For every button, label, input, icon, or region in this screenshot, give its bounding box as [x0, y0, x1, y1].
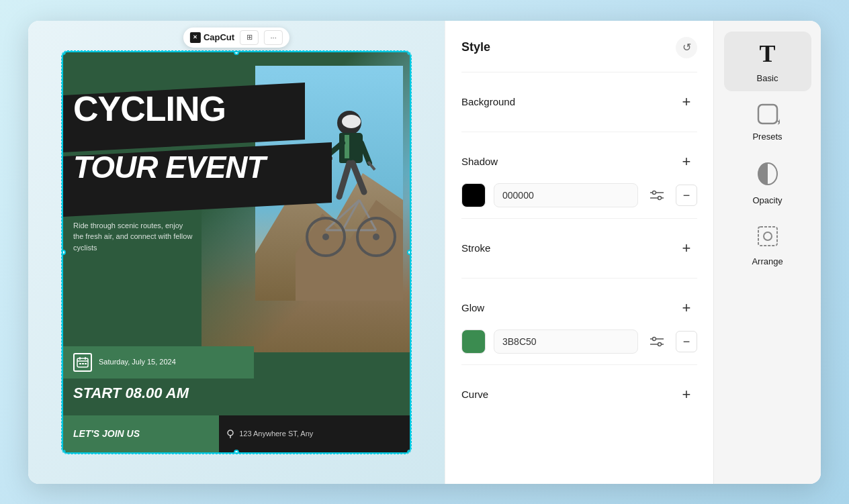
shadow-color-input[interactable] — [494, 183, 638, 207]
divider-2 — [461, 132, 697, 132]
capcut-toolbar: ✕ CapCut ⊞ ··· — [183, 28, 289, 48]
shadow-color-swatch[interactable] — [461, 183, 486, 207]
stroke-section-row: Stroke + — [461, 230, 697, 267]
glow-color-row: − — [461, 330, 697, 354]
style-panel-title: Style — [461, 40, 490, 54]
background-section-row: Background + — [461, 83, 697, 121]
svg-point-37 — [653, 337, 656, 340]
shadow-label: Shadow — [461, 156, 498, 167]
capcut-logo: ✕ CapCut — [190, 32, 234, 43]
shadow-filter-button[interactable] — [646, 185, 668, 206]
svg-rect-41 — [758, 227, 777, 246]
opacity-icon — [756, 160, 780, 190]
divider-4 — [461, 278, 697, 279]
curve-label: Curve — [461, 389, 488, 400]
footer-address: 123 Anywhere ST, Any — [219, 429, 320, 438]
background-add-button[interactable]: + — [676, 91, 697, 113]
canvas-card[interactable]: CYCLING TOUR EVENT Ride through scenic r… — [62, 51, 411, 454]
card-description: Ride through scenic routes, enjoy the fr… — [73, 220, 194, 254]
curve-section-row: Curve + — [461, 376, 697, 413]
presets-icon: ★ — [756, 102, 780, 126]
sidebar-item-arrange[interactable]: Arrange — [724, 216, 811, 274]
glow-add-button[interactable]: + — [676, 297, 697, 319]
basic-icon: T — [759, 40, 775, 68]
svg-point-21 — [373, 234, 379, 240]
shadow-add-button[interactable]: + — [676, 151, 697, 172]
svg-point-4 — [342, 115, 361, 128]
glow-color-swatch[interactable] — [461, 330, 486, 354]
cycling-text: CYCLING — [73, 91, 226, 126]
card-footer: LET'S JOIN US 123 Anywhere ST, Any — [63, 415, 410, 452]
handle-top-left[interactable] — [62, 51, 66, 55]
handle-mid-right[interactable] — [407, 250, 411, 255]
sidebar-item-basic[interactable]: T Basic — [724, 32, 811, 91]
toolbar-image-button[interactable]: ⊞ — [240, 30, 259, 45]
start-time: START 08.00 AM — [73, 385, 189, 402]
stroke-add-button[interactable]: + — [676, 238, 697, 259]
glow-section-row: Glow + — [461, 289, 697, 327]
address-text: 123 Anywhere ST, Any — [239, 430, 313, 438]
tour-event-text: TOUR EVENT — [73, 152, 265, 183]
reset-button[interactable]: ↺ — [676, 37, 697, 58]
glow-filter-icon — [650, 336, 664, 347]
svg-point-20 — [322, 234, 329, 240]
canvas-area: ✕ CapCut ⊞ ··· — [28, 21, 445, 484]
style-panel-header: Style ↺ — [461, 37, 697, 58]
svg-rect-39 — [758, 105, 777, 123]
svg-rect-26 — [79, 363, 81, 364]
svg-point-42 — [764, 232, 772, 240]
handle-bot-right[interactable] — [407, 450, 411, 454]
arrange-icon — [756, 224, 780, 251]
date-text: Saturday, July 15, 2024 — [99, 357, 176, 366]
app-container: ✕ CapCut ⊞ ··· — [28, 21, 821, 484]
location-icon — [226, 429, 235, 438]
shadow-minus-button[interactable]: − — [676, 185, 697, 206]
glow-minus-button[interactable]: − — [676, 331, 697, 352]
sidebar-item-opacity[interactable]: Opacity — [724, 152, 811, 213]
basic-label: Basic — [757, 73, 778, 83]
curve-add-button[interactable]: + — [676, 384, 697, 405]
style-panel: Style ↺ Background + Shadow + — [445, 21, 713, 484]
handle-bot-mid[interactable] — [234, 450, 239, 454]
logo-text: CapCut — [204, 32, 234, 42]
svg-rect-28 — [85, 363, 87, 364]
card-date-section: Saturday, July 15, 2024 — [63, 346, 254, 379]
shadow-section-row: Shadow + — [461, 143, 697, 181]
presets-label: Presets — [752, 132, 782, 142]
divider-1 — [461, 72, 697, 72]
svg-text:★: ★ — [776, 116, 780, 126]
sidebar-item-presets[interactable]: ★ Presets — [724, 94, 811, 150]
svg-point-33 — [653, 191, 656, 194]
svg-point-34 — [658, 196, 662, 199]
divider-3 — [461, 218, 697, 219]
svg-point-29 — [228, 430, 233, 436]
svg-point-38 — [658, 342, 662, 346]
join-us-tag: LET'S JOIN US — [63, 415, 219, 452]
svg-rect-22 — [77, 358, 88, 367]
handle-mid-left[interactable] — [62, 250, 66, 255]
divider-5 — [461, 364, 697, 365]
filter-icon — [650, 190, 664, 201]
glow-label: Glow — [461, 302, 484, 313]
background-label: Background — [461, 96, 515, 107]
glow-filter-button[interactable] — [646, 331, 668, 352]
logo-icon: ✕ — [190, 32, 201, 43]
handle-top-right[interactable] — [407, 51, 411, 55]
opacity-label: Opacity — [752, 195, 782, 205]
glow-color-input[interactable] — [494, 330, 638, 354]
stroke-label: Stroke — [461, 242, 490, 254]
arrange-label: Arrange — [752, 256, 783, 266]
right-sidebar: T Basic ★ Presets Opacity — [713, 21, 821, 484]
svg-rect-27 — [82, 363, 84, 364]
calendar-icon — [73, 353, 92, 372]
shadow-color-row: − — [461, 183, 697, 207]
toolbar-more-button[interactable]: ··· — [264, 30, 283, 45]
